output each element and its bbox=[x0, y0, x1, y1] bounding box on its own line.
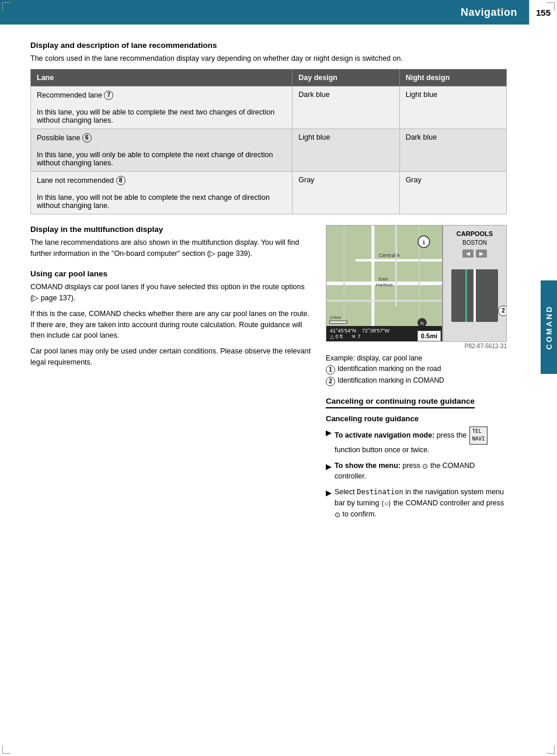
table-cell-night-3: Gray bbox=[399, 171, 506, 214]
multifunction-text: The lane recommendations are also shown … bbox=[30, 237, 314, 259]
carpool-heading: Using car pool lanes bbox=[30, 269, 314, 278]
bullet-item-2: ▶ To show the menu: press ⊙ the COMAND c… bbox=[326, 460, 507, 483]
table-cell-lane-1: Recommended lane 7 In this lane, you wil… bbox=[31, 86, 293, 129]
map-image: Central A East Hartford 1 1/4mi N bbox=[326, 225, 507, 342]
svg-rect-13 bbox=[330, 321, 347, 323]
table-cell-day-3: Gray bbox=[293, 171, 399, 214]
cancel-heading: Canceling or continuing route guidance bbox=[326, 397, 475, 408]
tel-navi-button: TELNAVI bbox=[469, 426, 488, 445]
corner-br bbox=[546, 745, 555, 754]
legend-text-2: Identification marking in COMAND bbox=[337, 376, 444, 384]
bullet-item-1: ▶ To activate navigation mode: press the… bbox=[326, 426, 507, 456]
carpools-sub: BOSTON bbox=[462, 240, 487, 246]
corner-tl bbox=[2, 2, 11, 11]
table-row: Recommended lane 7 In this lane, you wil… bbox=[31, 86, 507, 129]
svg-text:1: 1 bbox=[422, 238, 426, 245]
bullet-text-1: To activate navigation mode: press the T… bbox=[335, 426, 507, 456]
map-caption: Example: display, car pool lane bbox=[326, 354, 507, 362]
side-tab: COMAND bbox=[541, 280, 557, 374]
map-distance: 0.5mi bbox=[417, 331, 441, 341]
corner-bl bbox=[2, 745, 11, 754]
legend-circle-2: 2 bbox=[326, 377, 335, 386]
left-column: Display in the multifunction display The… bbox=[30, 225, 314, 525]
side-tab-label: COMAND bbox=[545, 305, 553, 350]
svg-text:East: East bbox=[379, 276, 389, 282]
header-title: Navigation bbox=[461, 6, 517, 19]
legend-item-2: 2 Identification marking in COMAND bbox=[326, 376, 507, 386]
table-cell-night-1: Light blue bbox=[399, 86, 506, 129]
right-column: Central A East Hartford 1 1/4mi N bbox=[326, 225, 507, 525]
table-header-lane: Lane bbox=[31, 69, 293, 86]
carpools-btn1[interactable]: ◀ bbox=[462, 249, 474, 258]
carpool-para1: COMAND displays car pool lanes if you ha… bbox=[30, 282, 314, 304]
bullet-arrow-3: ▶ bbox=[326, 487, 332, 499]
svg-text:Hartford: Hartford bbox=[376, 282, 393, 287]
photo-ref: P82-87-5612-31 bbox=[326, 343, 507, 349]
legend-circle-1: 1 bbox=[326, 365, 335, 374]
table-cell-lane-3: Lane not recommended 8 In this lane, you… bbox=[31, 171, 293, 214]
bullet-item-3: ▶ Select Destination in the navigation s… bbox=[326, 487, 507, 519]
table-header-day: Day design bbox=[293, 69, 399, 86]
svg-text:Central A: Central A bbox=[379, 252, 401, 258]
header-bar: Navigation 155 bbox=[0, 0, 557, 25]
legend-item-1: 1 Identification marking on the road bbox=[326, 365, 507, 374]
legend-text-1: Identification marking on the road bbox=[337, 365, 441, 373]
table-cell-day-2: Light blue bbox=[293, 129, 399, 171]
two-column-section: Display in the multifunction display The… bbox=[30, 225, 507, 525]
table-header-night: Night design bbox=[399, 69, 506, 86]
map-coords: 41°45'54"N 72°38'57"W△ 0 ft ✕ 7 bbox=[330, 328, 389, 339]
main-content: Display and description of lane recommen… bbox=[0, 25, 537, 540]
multifunction-heading: Display in the multifunction display bbox=[30, 225, 314, 234]
svg-text:N: N bbox=[420, 321, 424, 326]
display-description-intro: The colors used in the lane recommendati… bbox=[30, 53, 507, 64]
display-description-heading: Display and description of lane recommen… bbox=[30, 41, 507, 50]
bullet-text-3: Select Destination in the navigation sys… bbox=[335, 487, 507, 519]
carpool-para2: If this is the case, COMAND checks wheth… bbox=[30, 308, 314, 341]
table-cell-lane-2: Possible lane 6 In this lane, you will o… bbox=[31, 129, 293, 171]
table-cell-night-2: Dark blue bbox=[399, 129, 506, 171]
table-row: Lane not recommended 8 In this lane, you… bbox=[31, 171, 507, 214]
cancel-sub-heading: Canceling route guidance bbox=[326, 414, 507, 423]
carpools-panel: CARPOOLS BOSTON ◀ ▶ 2 bbox=[442, 226, 506, 341]
corner-tr bbox=[546, 2, 555, 11]
table-cell-day-1: Dark blue bbox=[293, 86, 399, 129]
svg-text:1/4mi: 1/4mi bbox=[330, 315, 342, 320]
lane-table: Lane Day design Night design Recommended… bbox=[30, 69, 507, 214]
bullet-text-2: To show the menu: press ⊙ the COMAND con… bbox=[335, 460, 507, 483]
bullet-arrow-2: ▶ bbox=[326, 461, 332, 473]
cancel-section: Canceling or continuing route guidance C… bbox=[326, 397, 507, 520]
carpools-btn2[interactable]: ▶ bbox=[476, 249, 487, 258]
carpools-title: CARPOOLS bbox=[457, 230, 493, 237]
carpool-para3: Car pool lanes may only be used under ce… bbox=[30, 346, 314, 368]
table-row: Possible lane 6 In this lane, you will o… bbox=[31, 129, 507, 171]
map-container: Central A East Hartford 1 1/4mi N bbox=[326, 225, 507, 349]
bullet-arrow-1: ▶ bbox=[326, 427, 332, 439]
